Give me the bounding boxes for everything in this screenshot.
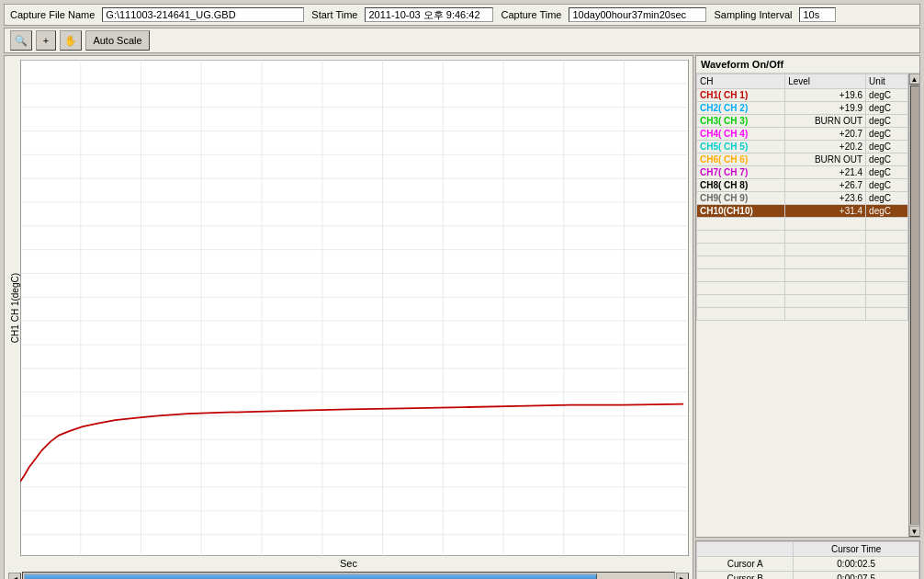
channel-row[interactable]: CH9( CH 9)+23.6degC bbox=[697, 192, 908, 205]
waveform-scroll-thumb[interactable] bbox=[910, 85, 919, 525]
right-panel: Waveform On/Off CH Level Unit bbox=[695, 55, 920, 579]
chart-wrapper: CH1 CH 1(degC) bbox=[8, 60, 689, 556]
scrollbar-track[interactable] bbox=[22, 572, 675, 579]
pan-button[interactable]: ✋ bbox=[60, 30, 82, 51]
channel-row-empty bbox=[697, 269, 908, 282]
auto-scale-button[interactable]: Auto Scale bbox=[85, 30, 150, 51]
x-axis-label: Sec bbox=[8, 556, 689, 569]
top-bar: Capture File Name Start Time Capture Tim… bbox=[4, 4, 920, 26]
channel-row[interactable]: CH10(CH10)+31.4degC bbox=[697, 205, 908, 218]
scroll-left-btn[interactable]: ◀ bbox=[8, 573, 21, 579]
content-area: CH1 CH 1(degC) bbox=[4, 55, 920, 579]
sampling-label: Sampling Interval bbox=[714, 9, 792, 20]
cursor-time-header: Cursor Time bbox=[794, 542, 919, 557]
waveform-table: CH Level Unit CH1( CH 1)+19.6degCCH2( CH… bbox=[696, 74, 908, 321]
chart-svg[interactable]: 200,0 190,0 180,0 170,0 160,0 150,0 140,… bbox=[20, 60, 689, 556]
start-time-label: Start Time bbox=[311, 9, 357, 20]
channel-row-empty bbox=[697, 256, 908, 269]
col-level: Level bbox=[785, 74, 866, 89]
capture-time-label: Capture Time bbox=[501, 9, 561, 20]
cursor-b-value: 0:00:07.5 bbox=[794, 572, 919, 579]
main-container: Capture File Name Start Time Capture Tim… bbox=[0, 0, 924, 579]
toolbar: 🔍 + ✋ Auto Scale bbox=[4, 28, 920, 53]
waveform-scroll-up[interactable]: ▲ bbox=[909, 74, 920, 85]
channel-row[interactable]: CH3( CH 3)BURN OUTdegC bbox=[697, 115, 908, 128]
waveform-panel: Waveform On/Off CH Level Unit bbox=[695, 55, 920, 538]
channel-row-empty bbox=[697, 282, 908, 295]
col-unit: Unit bbox=[866, 74, 908, 89]
channel-row[interactable]: CH2( CH 2)+19.9degC bbox=[697, 102, 908, 115]
cursor-a-label: Cursor A bbox=[697, 557, 794, 572]
cursor-table: Cursor Time Cursor A 0:00:02.5 Cursor B … bbox=[696, 541, 919, 579]
chart-area: 200,0 190,0 180,0 170,0 160,0 150,0 140,… bbox=[20, 60, 689, 556]
channel-row[interactable]: CH6( CH 6)BURN OUTdegC bbox=[697, 153, 908, 166]
plus-button[interactable]: + bbox=[36, 30, 56, 51]
scroll-right-btn[interactable]: ▶ bbox=[676, 573, 689, 579]
waveform-body: CH Level Unit CH1( CH 1)+19.6degCCH2( CH… bbox=[696, 74, 919, 537]
cursor-panel: Cursor Time Cursor A 0:00:02.5 Cursor B … bbox=[695, 540, 920, 579]
scrollbar-thumb[interactable] bbox=[24, 573, 597, 579]
zoom-button[interactable]: 🔍 bbox=[10, 30, 32, 51]
channel-row[interactable]: CH7( CH 7)+21.4degC bbox=[697, 166, 908, 179]
cursor-header-empty bbox=[697, 542, 794, 557]
cursor-b-label: Cursor B bbox=[697, 572, 794, 579]
y-axis-label: CH1 CH 1(degC) bbox=[8, 60, 20, 556]
capture-file-input[interactable] bbox=[102, 7, 304, 22]
cursor-a-value: 0:00:02.5 bbox=[794, 557, 919, 572]
svg-rect-0 bbox=[20, 60, 689, 556]
channel-row-empty bbox=[697, 244, 908, 256]
capture-file-label: Capture File Name bbox=[10, 9, 95, 20]
channel-row[interactable]: CH4( CH 4)+20.7degC bbox=[697, 128, 908, 141]
sampling-input[interactable] bbox=[799, 7, 836, 22]
col-ch: CH bbox=[697, 74, 785, 89]
channel-row-empty bbox=[697, 308, 908, 321]
channel-row[interactable]: CH1( CH 1)+19.6degC bbox=[697, 89, 908, 102]
capture-time-input[interactable] bbox=[569, 7, 706, 22]
start-time-input[interactable] bbox=[365, 7, 493, 22]
waveform-title: Waveform On/Off bbox=[696, 56, 919, 74]
channel-row-empty bbox=[697, 295, 908, 308]
channel-row-empty bbox=[697, 218, 908, 231]
channel-row[interactable]: CH5( CH 5)+20.2degC bbox=[697, 141, 908, 153]
waveform-scrollbar: ▲ ▼ bbox=[908, 74, 919, 537]
chart-panel: CH1 CH 1(degC) bbox=[4, 55, 693, 579]
channel-row[interactable]: CH8( CH 8)+26.7degC bbox=[697, 179, 908, 192]
waveform-scroll-down[interactable]: ▼ bbox=[909, 526, 920, 537]
channel-row-empty bbox=[697, 231, 908, 244]
waveform-table-container: CH Level Unit CH1( CH 1)+19.6degCCH2( CH… bbox=[696, 74, 908, 537]
